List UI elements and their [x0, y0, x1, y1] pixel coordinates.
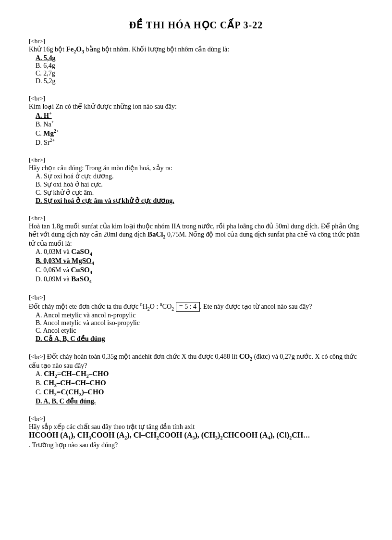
q4-answer-b: B. 0,03M và MgSO4 — [36, 257, 94, 264]
br-tag-4: [<br>] — [29, 214, 45, 222]
q6-answer-a: A. CH2=CH–CH2–CHO — [36, 370, 109, 377]
q2-answer-b: B. Na+ — [36, 121, 54, 128]
question-5: [<br>] Đốt cháy một ete đơn chức ta thu … — [29, 286, 363, 343]
br-tag-3: [<br>] — [29, 156, 45, 163]
br-tag-7: [<br>] — [29, 415, 45, 422]
q7-formula: HCOOH (A1), CH3COOH (A2), Cl–CH2COOH (A3… — [29, 431, 310, 439]
q1-answer-d: D. 5,2g — [36, 77, 56, 85]
br-tag-2: [<br>] — [29, 95, 45, 102]
q2-answer-c: C. Mg2+ — [36, 130, 59, 137]
question-6: [<br>] Đốt cháy hoàn toàn 0,35g một ande… — [29, 345, 363, 405]
q1-intro: Khử 16g bột Fe2O3 bằng bột nhôm. Khối lư… — [29, 46, 229, 53]
question-2: [<br>] Kim loại Zn có thể khử được những… — [29, 87, 363, 147]
q2-answer-d: D. Sr2+ — [36, 139, 55, 146]
q4-answer-c: C. 0,06M và CuSO4 — [36, 266, 92, 274]
question-1: [<br>] Khử 16g bột Fe2O3 bằng bột nhôm. … — [29, 38, 363, 85]
q5-answer-a: A. Ancol metylic và ancol n-propylic — [36, 312, 135, 319]
q5-answer-d: D. Cả A, B, C đều đúng — [36, 335, 105, 342]
q3-answer-b: B. Sự oxi hoá ở hai cực. — [36, 181, 103, 188]
q1-answer-c: C. 2,7g — [36, 70, 55, 77]
q3-answer-a: A. Sự oxi hoá ở cực dương. — [36, 173, 113, 180]
q2-intro: Kim loại Zn có thể khử được những ion nà… — [29, 103, 177, 110]
q5-answer-b: B. Ancol metylic và ancol iso-propylic — [36, 319, 140, 327]
br-tag-1: [<br>] — [29, 38, 45, 45]
q2-answer-a: A. H+ — [36, 112, 52, 119]
q6-answer-b: B. CH3–CH=CH–CHO — [36, 379, 106, 387]
q1-answer-b: B. 6,4g — [36, 62, 55, 69]
q6-answer-c: C. CH2=C(CH3)–CHO — [36, 389, 104, 396]
q6-intro: Đốt cháy hoàn toàn 0,35g một andehit đơn… — [29, 353, 357, 369]
q4-answer-d: D. 0,09M và BaSO4 — [36, 276, 92, 283]
br-tag-6: [<br>] — [29, 353, 45, 360]
q4-intro: Hoà tan 1,8g muối sunfat của kim loại th… — [29, 223, 360, 247]
br-tag-5: [<br>] — [29, 294, 45, 301]
q1-answer-a: A. 5,4g — [36, 54, 56, 62]
q6-answer-d: D. A, B, C đều đúng. — [36, 398, 96, 405]
q7-follow: . Trường hợp nào sau đây đúng? — [29, 441, 118, 449]
q5-answer-c: C. Ancol etylic — [36, 327, 76, 334]
q3-answer-c: C. Sự khử ở cực âm. — [36, 189, 94, 196]
q7-intro: Hãy sắp xếp các chất sau đây theo trật t… — [29, 423, 195, 430]
q5-intro: Đốt cháy một ete đơn chức ta thu được nH… — [29, 303, 312, 310]
question-4: [<br>] Hoà tan 1,8g muối sunfat của kim … — [29, 207, 363, 284]
q3-answer-d: D. Sự oxi hoá ở cực âm và sự khử ở cực d… — [36, 197, 174, 204]
q3-intro: Hãy chọn câu đúng: Trong ăn mòn điện hoá… — [29, 164, 172, 172]
q4-answer-a: A. 0,03M và CaSO4 — [36, 248, 92, 255]
question-7: [<br>] Hãy sắp xếp các chất sau đây theo… — [29, 407, 363, 449]
question-3: [<br>] Hãy chọn câu đúng: Trong ăn mòn đ… — [29, 149, 363, 205]
page-title: ĐỀ THI HÓA HỌC CẤP 3-22 — [29, 19, 363, 31]
